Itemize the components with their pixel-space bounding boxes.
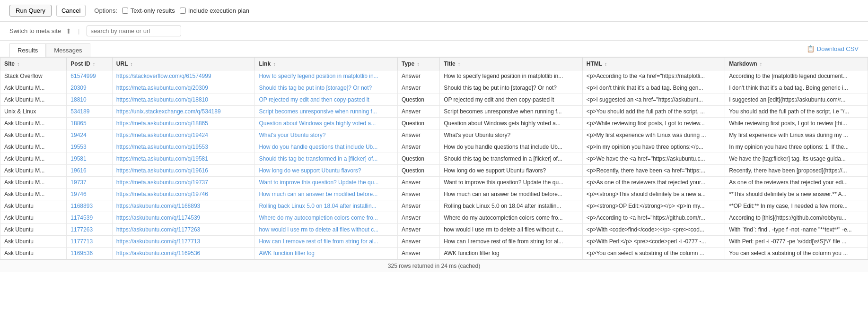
tabs-left: Results Messages xyxy=(9,43,90,57)
table-cell[interactable]: Question about Windows gets highly voted… xyxy=(255,118,398,129)
download-csv-button[interactable]: 📋 Download CSV xyxy=(807,45,859,55)
table-cell: Ask Ubuntu M... xyxy=(0,94,67,106)
table-cell: Recently, there have been [proposed](htt… xyxy=(725,165,868,177)
col-title[interactable]: Title ↕ xyxy=(440,58,583,70)
table-cell: In my opinion you have three options: 1.… xyxy=(725,141,868,153)
table-cell[interactable]: OP rejected my edit and then copy-pasted… xyxy=(255,94,398,106)
table-cell[interactable]: How much can an answer be modified befor… xyxy=(255,188,398,200)
table-cell[interactable]: 18865 xyxy=(67,118,112,129)
table-cell[interactable]: https://askubuntu.com/q/1174539 xyxy=(112,212,255,224)
table-cell: <p>In my opinion you have three options:… xyxy=(582,141,725,153)
table-cell[interactable]: 1177713 xyxy=(67,236,112,248)
table-cell: Answer xyxy=(398,248,440,259)
search-input[interactable] xyxy=(87,26,181,36)
table-cell[interactable]: Rolling back Linux 5.0 on 18.04 after in… xyxy=(255,200,398,212)
table-cell[interactable]: 19581 xyxy=(67,153,112,165)
table-cell[interactable]: AWK function filter log xyxy=(255,248,398,259)
col-url[interactable]: URL ↕ xyxy=(112,58,255,70)
text-only-label: Text-only results xyxy=(131,7,175,14)
toolbar: Run Query Cancel Options: Text-only resu… xyxy=(0,0,868,22)
table-cell[interactable]: https://askubuntu.com/q/1177713 xyxy=(112,236,255,248)
table-cell: Ask Ubuntu M... xyxy=(0,177,67,188)
table-cell[interactable]: 1174539 xyxy=(67,212,112,224)
tab-messages[interactable]: Messages xyxy=(46,43,90,57)
table-cell: You can select a substring of the column… xyxy=(725,248,868,259)
execution-plan-option[interactable]: Include execution plan xyxy=(180,7,249,14)
table-cell[interactable]: https://unix.stackexchange.com/q/534189 xyxy=(112,106,255,118)
col-markdown[interactable]: Markdown ↕ xyxy=(725,58,868,70)
table-cell: With `find`: find . -type f -not -name "… xyxy=(725,224,868,236)
table-cell: <p>My first experience with Linux was du… xyxy=(582,129,725,141)
cancel-button[interactable]: Cancel xyxy=(56,5,86,17)
table-cell[interactable]: 20309 xyxy=(67,82,112,94)
table-cell[interactable]: How long do we support Ubuntu flavors? xyxy=(255,165,398,177)
table-cell[interactable]: How to specify legend position in matplo… xyxy=(255,70,398,82)
table-row: Ask Ubuntu M...18810https://meta.askubun… xyxy=(0,94,868,106)
text-only-option[interactable]: Text-only results xyxy=(122,7,175,14)
table-cell[interactable]: https://meta.askubuntu.com/q/19553 xyxy=(112,141,255,153)
table-cell: As one of the reviewers that rejected yo… xyxy=(725,177,868,188)
table-cell[interactable]: https://meta.askubuntu.com/q/19746 xyxy=(112,188,255,200)
table-cell: Ask Ubuntu xyxy=(0,212,67,224)
table-cell[interactable]: 1177263 xyxy=(67,224,112,236)
table-cell[interactable]: https://meta.askubuntu.com/q/18810 xyxy=(112,94,255,106)
table-cell[interactable]: 534189 xyxy=(67,106,112,118)
tab-results[interactable]: Results xyxy=(9,43,46,57)
table-cell[interactable]: https://askubuntu.com/q/1168893 xyxy=(112,200,255,212)
table-cell: Question xyxy=(398,94,440,106)
options-label: Options: xyxy=(94,7,117,14)
table-cell: We have the [tag:flicker] tag. Its usage… xyxy=(725,153,868,165)
table-cell: <p>We have the <a href="https://askubunt… xyxy=(582,153,725,165)
table-cell[interactable]: How can I remove rest of file from strin… xyxy=(255,236,398,248)
col-type[interactable]: Type ↕ xyxy=(398,58,440,70)
table-cell[interactable]: 19553 xyxy=(67,141,112,153)
table-cell[interactable]: https://meta.askubuntu.com/q/19616 xyxy=(112,165,255,177)
col-html[interactable]: HTML ↕ xyxy=(582,58,725,70)
results-table-container[interactable]: Site ↕ Post ID ↕ URL ↕ Link ↕ Type ↕ Tit… xyxy=(0,57,868,259)
table-cell[interactable]: https://meta.askubuntu.com/q/19581 xyxy=(112,153,255,165)
meta-icon: ⬆ xyxy=(66,27,71,35)
table-cell: Ask Ubuntu M... xyxy=(0,141,67,153)
col-post-id[interactable]: Post ID ↕ xyxy=(67,58,112,70)
table-cell[interactable]: 19616 xyxy=(67,165,112,177)
table-cell[interactable]: 19737 xyxy=(67,177,112,188)
table-cell[interactable]: https://meta.askubuntu.com/q/19737 xyxy=(112,177,255,188)
table-cell: Ask Ubuntu M... xyxy=(0,118,67,129)
table-cell[interactable]: 19746 xyxy=(67,188,112,200)
table-cell: Answer xyxy=(398,200,440,212)
table-cell[interactable]: 18810 xyxy=(67,94,112,106)
table-cell[interactable]: 61574999 xyxy=(67,70,112,82)
table-cell[interactable]: https://stackoverflow.com/q/61574999 xyxy=(112,70,255,82)
col-site[interactable]: Site ↕ xyxy=(0,58,67,70)
run-query-button[interactable]: Run Query xyxy=(9,5,52,17)
table-cell: **This should definitely be a new answer… xyxy=(725,188,868,200)
table-cell[interactable]: https://askubuntu.com/q/1177263 xyxy=(112,224,255,236)
table-cell[interactable]: Should this tag be transformed in a [fli… xyxy=(255,153,398,165)
table-cell: Ask Ubuntu M... xyxy=(0,165,67,177)
table-cell: Ask Ubuntu M... xyxy=(0,129,67,141)
table-cell[interactable]: What's your Ubuntu story? xyxy=(255,129,398,141)
table-cell: Where do my autocompletion colors come f… xyxy=(440,212,583,224)
table-cell[interactable]: https://meta.askubuntu.com/q/18865 xyxy=(112,118,255,129)
table-cell[interactable]: Should this tag be put into [storage]? O… xyxy=(255,82,398,94)
table-cell[interactable]: https://askubuntu.com/q/1169536 xyxy=(112,248,255,259)
table-cell[interactable]: Want to improve this question? Update th… xyxy=(255,177,398,188)
table-cell[interactable]: how would i use rm to delete all files w… xyxy=(255,224,398,236)
execution-plan-checkbox[interactable] xyxy=(180,8,186,14)
table-cell[interactable]: Script becomes unresponsive when running… xyxy=(255,106,398,118)
table-cell[interactable]: 1168893 xyxy=(67,200,112,212)
table-cell[interactable]: 1169536 xyxy=(67,248,112,259)
table-cell[interactable]: https://meta.askubuntu.com/q/19424 xyxy=(112,129,255,141)
table-row: Ask Ubuntu M...20309https://meta.askubun… xyxy=(0,82,868,94)
table-cell: According to the [matplotlib legend docu… xyxy=(725,70,868,82)
table-cell[interactable]: https://meta.askubuntu.com/q/20309 xyxy=(112,82,255,94)
table-row: Ask Ubuntu M...18865https://meta.askubun… xyxy=(0,118,868,129)
download-icon: 📋 xyxy=(807,45,815,52)
table-cell: <p>You should add the full path of the s… xyxy=(582,106,725,118)
table-cell[interactable]: 19424 xyxy=(67,129,112,141)
table-cell: <p><strong>This should definitely be a n… xyxy=(582,188,725,200)
col-link[interactable]: Link ↕ xyxy=(255,58,398,70)
table-cell[interactable]: Where do my autocompletion colors come f… xyxy=(255,212,398,224)
text-only-checkbox[interactable] xyxy=(122,8,128,14)
table-cell[interactable]: How do you handle questions that include… xyxy=(255,141,398,153)
